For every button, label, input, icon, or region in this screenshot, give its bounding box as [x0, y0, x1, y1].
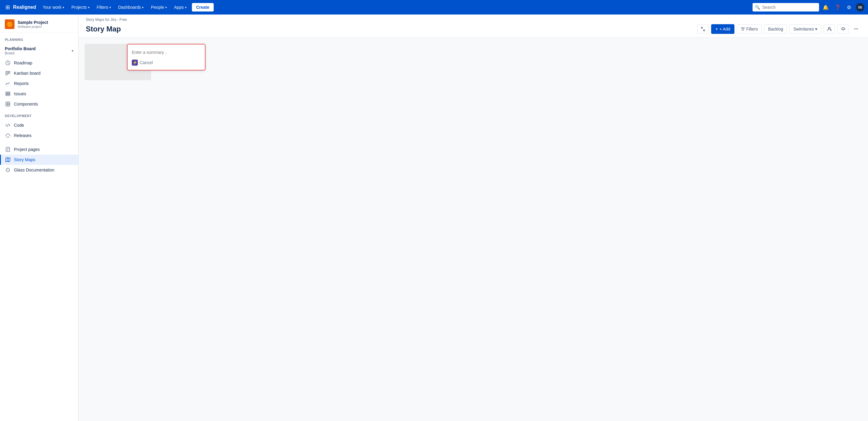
sidebar-item-issues[interactable]: Issues	[0, 89, 78, 99]
help-icon[interactable]: ❓	[832, 3, 843, 12]
chevron-down-icon: ▾	[88, 6, 89, 9]
sidebar-item-code[interactable]: Code	[0, 120, 78, 130]
svg-line-11	[7, 124, 8, 127]
releases-icon	[5, 133, 11, 138]
code-label: Code	[14, 123, 24, 128]
project-name: Sample Project	[18, 20, 48, 25]
canvas-area[interactable]: ⚡ Cancel	[79, 38, 868, 421]
layers-icon[interactable]	[837, 25, 849, 34]
swimlanes-button[interactable]: Swimlanes ▾	[789, 25, 821, 34]
backlog-button[interactable]: Backlog	[764, 25, 787, 34]
collapse-button[interactable]	[697, 25, 709, 34]
roadmap-icon	[5, 60, 11, 66]
create-button[interactable]: Create	[192, 3, 214, 11]
nav-apps[interactable]: Apps ▾	[171, 3, 189, 11]
search-icon: 🔍	[755, 5, 760, 10]
issues-icon	[5, 91, 11, 96]
chevron-down-icon: ▾	[165, 6, 167, 9]
svg-point-21	[829, 27, 830, 29]
content-header: Story Maps for Jira - Free Story Map + +…	[79, 14, 868, 38]
svg-rect-8	[8, 102, 10, 104]
backlog-label: Backlog	[768, 27, 783, 31]
portfolio-board-sub: Board	[5, 51, 36, 55]
sidebar-item-releases[interactable]: Releases	[0, 130, 78, 141]
story-maps-label: Story Maps	[14, 157, 35, 162]
svg-rect-3	[9, 71, 10, 73]
components-icon	[5, 101, 11, 107]
portfolio-board-name: Portfolio Board	[5, 46, 36, 51]
search-wrap: 🔍	[752, 3, 819, 11]
kanban-label: Kanban board	[14, 71, 40, 76]
nav-dashboards[interactable]: Dashboards ▾	[115, 3, 147, 11]
project-header[interactable]: 🟠 Sample Project Software project	[0, 14, 78, 33]
main-layout: 🟠 Sample Project Software project PLANNI…	[0, 14, 868, 421]
search-input[interactable]	[752, 3, 819, 11]
svg-rect-4	[6, 92, 10, 93]
sidebar-item-portfolio-board[interactable]: Portfolio Board Board ▾	[0, 44, 78, 58]
planning-section-label: PLANNING	[0, 33, 78, 44]
svg-rect-5	[6, 93, 10, 94]
filters-button[interactable]: Filters	[737, 25, 762, 34]
summary-input[interactable]	[132, 49, 201, 56]
releases-label: Releases	[14, 133, 31, 138]
sidebar-item-roadmap[interactable]: Roadmap	[0, 58, 78, 68]
nav-people[interactable]: People ▾	[148, 3, 170, 11]
header-actions: + + Add Filters Backlog Swimlanes	[697, 24, 861, 34]
sidebar-item-glass-documentation[interactable]: Glass Documentation	[0, 165, 78, 175]
reports-icon	[5, 81, 11, 86]
chevron-down-icon: ▾	[142, 6, 144, 9]
cancel-label: Cancel	[140, 60, 153, 65]
chevron-down-icon: ▾	[815, 27, 817, 31]
project-pages-label: Project pages	[14, 147, 40, 152]
svg-rect-9	[6, 104, 7, 106]
sidebar-item-project-pages[interactable]: Project pages	[0, 144, 78, 155]
pages-icon	[5, 147, 11, 152]
swimlanes-label: Swimlanes	[793, 27, 814, 31]
chevron-down-icon: ▾	[63, 6, 64, 9]
chevron-down-icon: ▾	[110, 6, 111, 9]
top-navigation: ⊞ Realigned Your work ▾ Projects ▾ Filte…	[0, 0, 868, 14]
story-maps-icon	[5, 157, 11, 162]
user-filter-icon[interactable]	[824, 25, 835, 34]
glass-icon	[5, 167, 11, 173]
svg-rect-10	[8, 104, 10, 106]
add-icon: +	[715, 26, 718, 32]
app-logo[interactable]: Realigned	[13, 4, 36, 10]
page-title: Story Map	[86, 25, 121, 33]
add-button[interactable]: + + Add	[711, 24, 735, 34]
sidebar-item-story-maps[interactable]: Story Maps	[0, 155, 78, 165]
svg-rect-7	[6, 102, 7, 104]
reports-label: Reports	[14, 81, 29, 86]
code-icon	[5, 122, 11, 128]
main-content: Story Maps for Jira - Free Story Map + +…	[79, 14, 868, 421]
issues-label: Issues	[14, 91, 26, 96]
chevron-down-icon: ▾	[72, 49, 73, 53]
svg-rect-2	[7, 71, 8, 74]
svg-rect-1	[6, 71, 7, 75]
settings-icon[interactable]: ⚙	[844, 3, 854, 12]
cancel-button[interactable]: ⚡ Cancel	[132, 60, 153, 66]
glass-documentation-label: Glass Documentation	[14, 168, 54, 172]
more-options-icon[interactable]: ···	[851, 25, 861, 34]
sidebar-item-components[interactable]: Components	[0, 99, 78, 109]
sidebar-item-reports[interactable]: Reports	[0, 78, 78, 89]
summary-input-card: ⚡ Cancel	[127, 44, 206, 70]
sidebar-item-kanban[interactable]: Kanban board	[0, 68, 78, 78]
roadmap-label: Roadmap	[14, 60, 32, 65]
nav-filters[interactable]: Filters ▾	[94, 3, 114, 11]
breadcrumb: Story Maps for Jira - Free	[86, 14, 861, 23]
nav-projects[interactable]: Projects ▾	[68, 3, 92, 11]
kanban-icon	[5, 70, 11, 76]
chevron-down-icon: ▾	[185, 6, 186, 9]
components-label: Components	[14, 101, 38, 107]
nav-your-work[interactable]: Your work ▾	[39, 3, 67, 11]
grid-icon[interactable]: ⊞	[4, 2, 12, 12]
project-icon: 🟠	[5, 19, 14, 29]
filters-label: Filters	[746, 27, 758, 31]
notifications-icon[interactable]: 🔔	[820, 3, 831, 12]
development-section-label: DEVELOPMENT	[0, 109, 78, 120]
svg-rect-6	[6, 95, 10, 96]
avatar[interactable]: SE	[856, 3, 864, 11]
project-type: Software project	[18, 25, 48, 28]
sidebar: 🟠 Sample Project Software project PLANNI…	[0, 14, 79, 421]
